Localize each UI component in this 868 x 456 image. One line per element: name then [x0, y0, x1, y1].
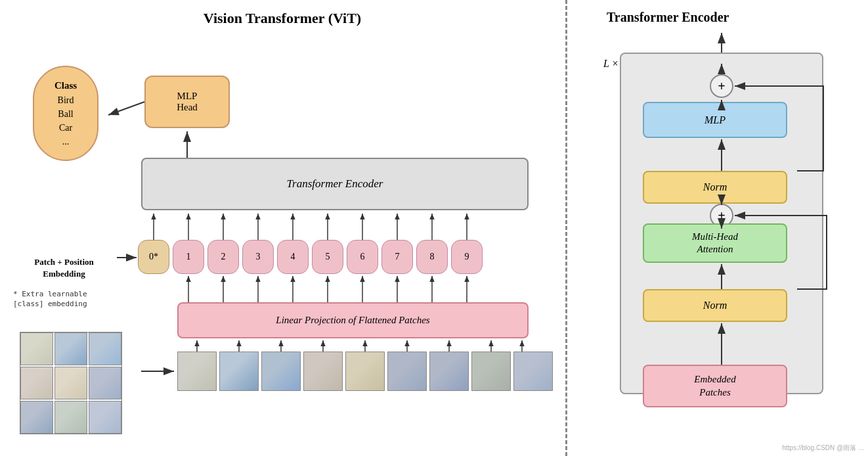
- plus-circle-top: +: [710, 74, 733, 98]
- te-norm-box1: Norm: [643, 171, 787, 204]
- te-mha-box: Multi-HeadAttention: [643, 223, 787, 263]
- transformer-encoder-section: Transformer Encoder L × + MLP Norm + Mul…: [567, 0, 863, 456]
- token-6: 6: [347, 240, 378, 274]
- te-title: Transformer Encoder: [607, 10, 856, 25]
- class-item-bird: Bird: [58, 93, 74, 107]
- patch-src-8: [54, 401, 87, 434]
- patch-proj-2: [219, 352, 259, 391]
- patch-position-label: Patch + PositionEmbedding: [13, 256, 115, 280]
- te-mlp-label: MLP: [705, 114, 726, 126]
- token-3: 3: [242, 240, 274, 274]
- te-embedded-patches-box: EmbeddedPatches: [643, 365, 787, 407]
- te-mha-label: Multi-HeadAttention: [692, 231, 738, 256]
- linear-projection-box: Linear Projection of Flattened Patches: [177, 302, 529, 338]
- patch-src-6: [89, 367, 121, 399]
- patch-proj-1: [177, 352, 217, 391]
- mlp-head-box: MLPHead: [144, 76, 230, 128]
- class-item-ellipsis: ...: [62, 135, 70, 148]
- te-embedded-label: EmbeddedPatches: [694, 373, 735, 399]
- transformer-encoder-main-box: Transformer Encoder: [141, 158, 529, 210]
- patch-proj-9: [513, 352, 553, 391]
- patch-src-9: [89, 401, 121, 434]
- class-bubble: Class Bird Ball Car ...: [33, 66, 98, 161]
- watermark: https://blog.CSDN @雨落 …: [782, 444, 865, 453]
- patch-proj-8: [471, 352, 511, 391]
- te-mlp-box: MLP: [643, 102, 787, 138]
- token-8: 8: [416, 240, 448, 274]
- vit-section: Vision Transformer (ViT) Class Bird Ball…: [0, 0, 565, 456]
- patch-proj-4: [303, 352, 343, 391]
- image-patches-projected: [177, 352, 553, 391]
- token-1: 1: [173, 240, 204, 274]
- patch-proj-7: [429, 352, 469, 391]
- patch-proj-3: [261, 352, 301, 391]
- tokens-row: 0* 1 2 3 4 5 6 7 8 9: [138, 240, 483, 274]
- token-7: 7: [381, 240, 413, 274]
- patch-proj-6: [387, 352, 427, 391]
- vit-title: Vision Transformer (ViT): [7, 10, 558, 27]
- te-L-label: L ×: [603, 58, 618, 70]
- token-2: 2: [207, 240, 239, 274]
- class-item-ball: Ball: [58, 107, 73, 121]
- te-norm2-label: Norm: [703, 300, 727, 311]
- token-5: 5: [312, 240, 343, 274]
- transformer-encoder-main-label: Transformer Encoder: [287, 177, 383, 191]
- patch-src-1: [20, 332, 53, 365]
- mlp-head-label: MLPHead: [177, 91, 198, 113]
- patch-src-5: [54, 367, 87, 399]
- token-4: 4: [277, 240, 309, 274]
- token-0: 0*: [138, 240, 169, 274]
- token-9: 9: [451, 240, 483, 274]
- patch-src-4: [20, 367, 53, 399]
- svg-line-2: [108, 102, 144, 115]
- extra-learnable-label: * Extra learnable[class] embedding: [13, 289, 115, 309]
- patch-src-2: [54, 332, 87, 365]
- image-patches-source: [20, 332, 122, 434]
- linear-projection-label: Linear Projection of Flattened Patches: [276, 315, 429, 326]
- patch-src-3: [89, 332, 121, 365]
- te-norm-box2: Norm: [643, 289, 787, 322]
- patch-src-7: [20, 401, 53, 434]
- main-container: Vision Transformer (ViT) Class Bird Ball…: [0, 0, 868, 456]
- class-item-car: Car: [59, 121, 72, 135]
- class-label: Class: [54, 78, 77, 93]
- patch-proj-5: [345, 352, 385, 391]
- te-norm1-label: Norm: [703, 181, 727, 193]
